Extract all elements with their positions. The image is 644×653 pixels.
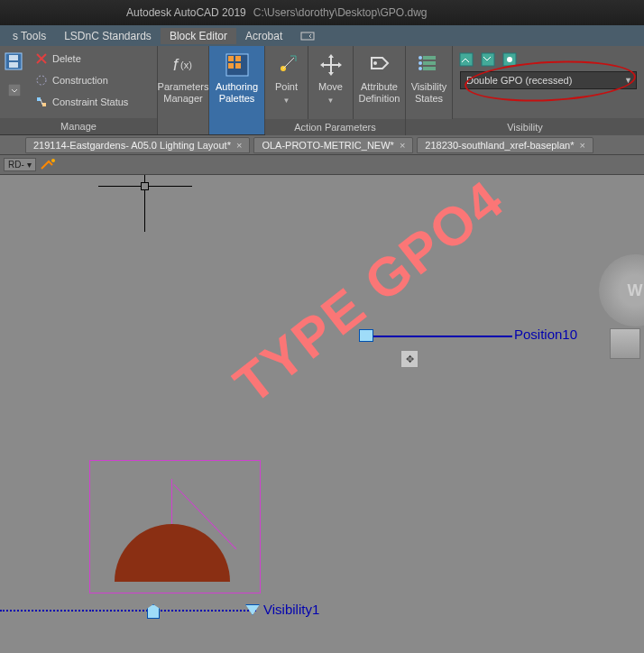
- drawing-canvas[interactable]: TYPE GPO4 Position10 ✥ Visibility1 W: [0, 175, 644, 653]
- fx-icon: f(x): [169, 51, 198, 78]
- tool-icon[interactable]: [40, 158, 58, 172]
- tag-icon: [365, 51, 394, 78]
- tab-label: 218230-southland_xref-baseplan*: [425, 140, 574, 151]
- construction-button[interactable]: Construction: [29, 69, 157, 91]
- ribbon-tab-acrobat[interactable]: Acrobat: [236, 28, 291, 44]
- point-chevron-icon: ▼: [283, 95, 290, 106]
- ribbon-overflow-icon[interactable]: [299, 29, 317, 43]
- svg-point-26: [507, 57, 512, 62]
- svg-rect-6: [37, 97, 41, 101]
- construction-label: Construction: [52, 75, 108, 86]
- svg-point-22: [419, 67, 422, 70]
- visibility-toggle-off-icon[interactable]: [480, 51, 496, 68]
- construction-icon: [34, 73, 49, 87]
- svg-rect-14: [235, 63, 241, 69]
- file-path: C:\Users\dorothy\Desktop\GPO.dwg: [253, 6, 428, 19]
- ribbon-tab-lsdnc[interactable]: LSDnC Standards: [55, 28, 161, 44]
- close-icon[interactable]: ×: [579, 140, 584, 151]
- attr-label-2: Definition: [359, 93, 400, 105]
- visibility-state-dropdown[interactable]: Double GPO (recessed) ▼: [460, 71, 637, 89]
- position-grip[interactable]: [359, 329, 373, 342]
- title-bar: Autodesk AutoCAD 2019 C:\Users\dorothy\D…: [0, 0, 644, 25]
- canvas-watermark: TYPE GPO4: [223, 168, 516, 416]
- compass-w-label: W: [628, 281, 643, 300]
- save-block-icon[interactable]: [2, 50, 27, 78]
- svg-rect-4: [8, 84, 21, 97]
- dropdown-icon[interactable]: [8, 84, 21, 97]
- auth-label-1: Authoring: [216, 81, 258, 93]
- panel-manage: Delete Construction Constraint Status Ma…: [0, 46, 158, 134]
- layer-selector[interactable]: RD- ▾: [4, 158, 36, 171]
- panel-title-action-parameters: Action Parameters: [265, 119, 406, 135]
- move-label: Move: [318, 81, 343, 93]
- svg-rect-7: [42, 103, 46, 106]
- quick-tool-row: RD- ▾: [0, 155, 644, 175]
- delete-label: Delete: [52, 53, 81, 64]
- document-tab[interactable]: 219114-Eastgardens- A05.0 Lighting Layou…: [25, 137, 250, 153]
- svg-point-16: [373, 61, 377, 65]
- svg-rect-19: [423, 67, 436, 70]
- params-label-2: Manager: [163, 93, 202, 105]
- document-tab-strip: 219114-Eastgardens- A05.0 Lighting Layou…: [0, 135, 644, 155]
- close-icon[interactable]: ×: [236, 140, 242, 151]
- move-icon: [317, 51, 345, 78]
- geometry-line[interactable]: [171, 479, 172, 526]
- visibility-parameter-line[interactable]: [0, 610, 87, 612]
- auth-label-2: Palettes: [219, 93, 255, 105]
- panel-title-visibility: Visibility: [406, 119, 644, 135]
- svg-rect-12: [235, 56, 241, 61]
- svg-rect-0: [301, 32, 314, 40]
- constraint-icon: [34, 95, 49, 109]
- params-label-1: Parameters: [158, 81, 209, 93]
- svg-point-5: [37, 76, 46, 85]
- svg-point-20: [419, 56, 422, 60]
- svg-rect-2: [9, 55, 18, 60]
- visibility-states-icon: [415, 51, 444, 78]
- tab-label: OLA-PROTO-METRIC_NEW*: [262, 140, 393, 151]
- constraint-status-button[interactable]: Constraint Status: [29, 91, 157, 113]
- ribbon-tab-block-editor[interactable]: Block Editor: [161, 28, 236, 44]
- move-chevron-icon: ▼: [327, 95, 335, 106]
- document-tab[interactable]: 218230-southland_xref-baseplan*×: [417, 137, 593, 153]
- point-icon: [272, 51, 301, 78]
- visibility-mode-icon[interactable]: [501, 51, 518, 68]
- move-gizmo-icon[interactable]: ✥: [400, 350, 419, 368]
- svg-text:f: f: [173, 56, 179, 74]
- palettes-icon: [223, 51, 252, 78]
- svg-text:(x): (x): [180, 60, 192, 70]
- svg-rect-17: [423, 56, 436, 60]
- constraint-label: Constraint Status: [52, 97, 128, 107]
- close-icon[interactable]: ×: [400, 140, 405, 151]
- delete-icon: [34, 51, 49, 66]
- view-cube[interactable]: [610, 328, 640, 359]
- visibility-parameter-line[interactable]: [89, 610, 256, 612]
- panel-title-manage: Manage: [0, 118, 157, 134]
- visstates-label-2: States: [415, 93, 443, 105]
- position-parameter-label[interactable]: Position10: [512, 326, 579, 342]
- svg-rect-3: [9, 62, 18, 68]
- visibility-grip[interactable]: [147, 604, 160, 619]
- visibility-toggle-on-icon[interactable]: [458, 51, 474, 68]
- app-name: Autodesk AutoCAD 2019: [126, 6, 246, 19]
- view-compass[interactable]: W: [599, 254, 644, 326]
- attr-label-1: Attribute: [361, 81, 398, 93]
- document-tab[interactable]: OLA-PROTO-METRIC_NEW*×: [253, 137, 413, 153]
- ribbon-tab-bar: s Tools LSDnC Standards Block Editor Acr…: [0, 25, 644, 46]
- delete-button[interactable]: Delete: [29, 48, 157, 69]
- layer-selector-value: RD-: [8, 160, 24, 170]
- ribbon-tab-tools[interactable]: s Tools: [4, 28, 55, 44]
- svg-rect-11: [228, 56, 234, 61]
- visibility-parameter-label[interactable]: Visibility1: [238, 602, 319, 617]
- svg-point-27: [51, 159, 55, 162]
- visibility-state-value: Double GPO (recessed): [466, 75, 572, 86]
- svg-rect-18: [423, 61, 436, 65]
- chevron-down-icon: ▼: [624, 76, 632, 85]
- crosshair-pickbox: [141, 182, 149, 190]
- tab-label: 219114-Eastgardens- A05.0 Lighting Layou…: [33, 140, 231, 151]
- svg-rect-13: [228, 63, 234, 69]
- svg-point-21: [419, 61, 422, 65]
- point-label: Point: [275, 81, 298, 93]
- visstates-label-1: Visibility: [411, 81, 447, 93]
